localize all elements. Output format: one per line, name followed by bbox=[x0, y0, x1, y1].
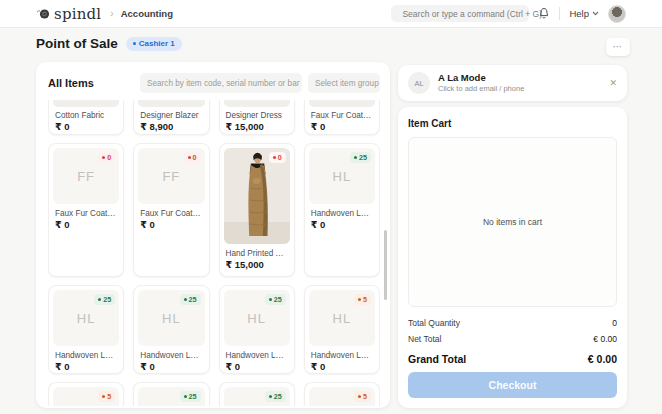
cart-title: Item Cart bbox=[408, 118, 617, 129]
command-search-input[interactable]: Search or type a command (Ctrl + G) bbox=[391, 5, 529, 22]
item-image-placeholder: HL 25 bbox=[309, 148, 375, 204]
item-card[interactable]: Designer Blazer ₹ 8,900 bbox=[133, 100, 209, 135]
item-name: Designer Dress bbox=[220, 110, 294, 120]
item-price: ₹ 0 bbox=[49, 218, 123, 231]
remove-customer-button[interactable]: ✕ bbox=[609, 78, 617, 88]
items-scrollbar[interactable] bbox=[384, 230, 387, 300]
help-label: Help bbox=[569, 8, 589, 19]
stock-count: 25 bbox=[103, 295, 111, 304]
item-abbr: HL bbox=[77, 311, 96, 326]
notifications-button[interactable] bbox=[538, 7, 550, 20]
stock-dot bbox=[354, 156, 357, 159]
stock-count: 25 bbox=[274, 295, 282, 304]
item-card[interactable]: 5 bbox=[48, 382, 124, 406]
item-price: ₹ 0 bbox=[305, 120, 379, 133]
item-price: ₹ 15,000 bbox=[220, 258, 294, 271]
total-quantity-value: 0 bbox=[612, 318, 617, 328]
item-abbr: HL bbox=[162, 311, 181, 326]
item-name: Handwoven Long Kur... bbox=[305, 208, 379, 218]
item-search-placeholder: Search by item code, serial number or ba… bbox=[147, 79, 299, 88]
item-card[interactable]: HL 5 Handwoven Long Kur... ₹ 0 bbox=[304, 285, 380, 374]
stock-dot bbox=[358, 395, 361, 398]
net-total-label: Net Total bbox=[408, 334, 441, 344]
item-image-placeholder: 5 bbox=[53, 387, 119, 406]
item-card[interactable]: Designer Dress ₹ 15,000 bbox=[219, 100, 295, 135]
stock-badge: 25 bbox=[180, 391, 201, 402]
item-abbr: HL bbox=[333, 169, 352, 184]
item-name: Designer Blazer bbox=[134, 110, 208, 120]
customer-name: A La Mode bbox=[438, 72, 524, 84]
item-card[interactable]: 25 bbox=[133, 382, 209, 406]
item-image-placeholder: HL 5 bbox=[309, 290, 375, 346]
stock-badge: 5 bbox=[354, 391, 371, 402]
stock-badge: 25 bbox=[265, 391, 286, 402]
item-card[interactable]: 5 bbox=[304, 382, 380, 406]
item-name: Faux Fur Coat-WHI bbox=[134, 208, 208, 218]
total-quantity-label: Total Quantity bbox=[408, 318, 460, 328]
stock-count: 25 bbox=[359, 153, 367, 162]
navbar-divider bbox=[559, 7, 560, 20]
item-card[interactable]: 25 bbox=[219, 382, 295, 406]
item-image-placeholder: 25 bbox=[138, 387, 204, 406]
stock-badge: 25 bbox=[350, 152, 371, 163]
stock-badge: 25 bbox=[265, 294, 286, 305]
item-card[interactable]: HL 25 Handwoven Long Kur... ₹ 0 bbox=[133, 285, 209, 374]
item-group-select[interactable]: Select item group bbox=[308, 73, 380, 93]
item-card[interactable]: 0 Hand Printed And C... ₹ 15,000 bbox=[219, 143, 295, 277]
item-card[interactable]: Cotton Fabric ₹ 0 bbox=[48, 100, 124, 135]
cart-empty-state: No items in cart bbox=[408, 137, 617, 307]
user-avatar[interactable] bbox=[608, 5, 626, 23]
item-selector-panel: All Items Search by item code, serial nu… bbox=[36, 62, 390, 408]
brand[interactable]: spindl bbox=[36, 5, 101, 23]
stock-count: 25 bbox=[274, 392, 282, 401]
item-abbr: HL bbox=[333, 311, 352, 326]
item-image-placeholder bbox=[309, 100, 375, 107]
item-name: Faux Fur Coat-BLU bbox=[305, 110, 379, 120]
breadcrumb[interactable]: Accounting bbox=[121, 8, 173, 19]
stock-dot bbox=[273, 156, 276, 159]
item-card[interactable]: HL 25 Handwoven Long Kur... ₹ 0 bbox=[219, 285, 295, 374]
item-image-placeholder: 25 bbox=[224, 387, 290, 406]
customer-contact-hint[interactable]: Click to add email / phone bbox=[438, 84, 524, 93]
help-menu[interactable]: Help bbox=[569, 8, 599, 19]
stock-badge: 0 bbox=[98, 152, 115, 163]
stock-dot bbox=[358, 298, 361, 301]
item-search-input[interactable]: Search by item code, serial number or ba… bbox=[140, 73, 302, 93]
item-card[interactable]: FF 0 Faux Fur Coat-WHI ₹ 0 bbox=[133, 143, 209, 277]
stock-count: 25 bbox=[189, 392, 197, 401]
item-card[interactable]: HL 25 Handwoven Long Kur... ₹ 0 bbox=[48, 285, 124, 374]
item-image-placeholder: FF 0 bbox=[53, 148, 119, 204]
stock-badge: 0 bbox=[269, 152, 286, 163]
item-name: Handwoven Long Kur... bbox=[220, 350, 294, 360]
items-grid[interactable]: Cotton Fabric ₹ 0 Designer Blazer ₹ 8,90… bbox=[48, 100, 380, 406]
stock-dot bbox=[269, 298, 272, 301]
stock-dot bbox=[102, 156, 105, 159]
item-card[interactable]: HL 25 Handwoven Long Kur... ₹ 0 bbox=[304, 143, 380, 277]
stock-dot bbox=[269, 395, 272, 398]
pos-profile-label: Cashier 1 bbox=[139, 39, 175, 48]
item-name: Hand Printed And C... bbox=[220, 248, 294, 258]
items-panel-title: All Items bbox=[48, 77, 94, 89]
item-name: Faux Fur Coat-GRY bbox=[49, 208, 123, 218]
item-cart-panel: Item Cart No items in cart Total Quantit… bbox=[398, 107, 627, 408]
item-image-placeholder: HL 25 bbox=[138, 290, 204, 346]
item-price: ₹ 0 bbox=[134, 360, 208, 373]
checkout-button[interactable]: Checkout bbox=[408, 372, 617, 398]
page-menu-button[interactable]: ⋯ bbox=[606, 38, 630, 56]
stock-badge: 25 bbox=[94, 294, 115, 305]
stock-count: 0 bbox=[278, 153, 282, 162]
stock-count: 0 bbox=[107, 153, 111, 162]
item-card[interactable]: FF 0 Faux Fur Coat-GRY ₹ 0 bbox=[48, 143, 124, 277]
item-name: Handwoven Long Kur... bbox=[134, 350, 208, 360]
customer-card[interactable]: AL A La Mode Click to add email / phone … bbox=[398, 65, 627, 101]
item-price: ₹ 0 bbox=[305, 218, 379, 231]
item-card[interactable]: Faux Fur Coat-BLU ₹ 0 bbox=[304, 100, 380, 135]
pos-profile-badge[interactable]: Cashier 1 bbox=[126, 37, 182, 51]
chevron-down-icon bbox=[592, 11, 599, 16]
item-name: Handwoven Long Kur... bbox=[49, 350, 123, 360]
item-name: Handwoven Long Kur... bbox=[305, 350, 379, 360]
stock-dot bbox=[102, 395, 105, 398]
item-name: Cotton Fabric bbox=[49, 110, 123, 120]
grand-total-row: Grand Total € 0.00 bbox=[408, 347, 617, 372]
stock-badge: 5 bbox=[98, 391, 115, 402]
